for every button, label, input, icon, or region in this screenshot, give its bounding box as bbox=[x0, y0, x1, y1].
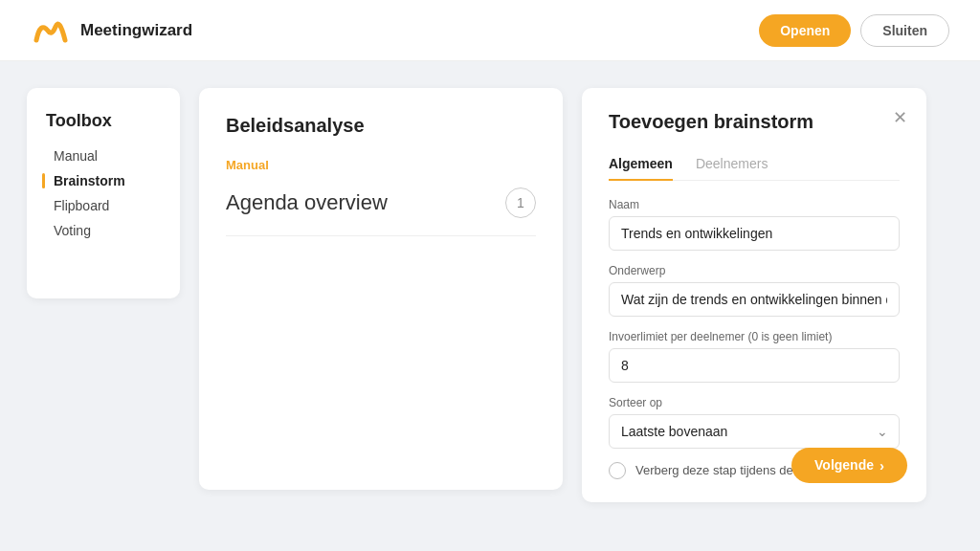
middle-panel-title: Beleidsanalyse bbox=[226, 115, 536, 137]
chevron-right-icon: › bbox=[880, 457, 884, 474]
main-area: Toolbox Manual Brainstorm Flipboard Voti… bbox=[0, 61, 980, 551]
tabs-bar: Algemeen Deelnemers bbox=[609, 148, 900, 181]
naam-group: Naam bbox=[609, 198, 900, 251]
invoerlimiet-group: Invoerlimiet per deelnemer (0 is geen li… bbox=[609, 330, 900, 383]
agenda-item-text: Agenda overview bbox=[226, 190, 388, 215]
volgende-button[interactable]: Volgende › bbox=[791, 448, 907, 483]
sorteer-select-wrapper: Laatste bovenaan Eerste bovenaan Alfabet… bbox=[609, 414, 900, 449]
middle-panel: Beleidsanalyse Manual Agenda overview 1 bbox=[199, 88, 563, 490]
logo-text: Meetingwizard bbox=[80, 21, 192, 40]
agenda-badge: 1 bbox=[505, 187, 536, 218]
toolbox-panel: Toolbox Manual Brainstorm Flipboard Voti… bbox=[27, 88, 180, 298]
close-panel-button[interactable]: ✕ bbox=[893, 107, 907, 128]
onderwerp-input[interactable] bbox=[609, 282, 900, 317]
agenda-item-row: Agenda overview 1 bbox=[226, 178, 536, 228]
sidebar-item-flipboard[interactable]: Flipboard bbox=[46, 198, 161, 213]
sidebar-item-brainstorm[interactable]: Brainstorm bbox=[46, 173, 161, 188]
toolbox-title: Toolbox bbox=[46, 111, 161, 131]
onderwerp-label: Onderwerp bbox=[609, 264, 900, 277]
sorteer-group: Sorteer op Laatste bovenaan Eerste boven… bbox=[609, 396, 900, 449]
logo-area: Meetingwizard bbox=[31, 13, 192, 48]
logo-icon bbox=[31, 13, 71, 48]
header-buttons: Openen Sluiten bbox=[759, 14, 949, 47]
header: Meetingwizard Openen Sluiten bbox=[0, 0, 980, 61]
verberg-checkbox[interactable] bbox=[609, 462, 626, 479]
invoerlimiet-label: Invoerlimiet per deelnemer (0 is geen li… bbox=[609, 330, 900, 343]
open-button[interactable]: Openen bbox=[759, 14, 851, 47]
naam-input[interactable] bbox=[609, 216, 900, 251]
toolbox-list: Manual Brainstorm Flipboard Voting bbox=[46, 148, 161, 238]
close-button[interactable]: Sluiten bbox=[860, 14, 949, 47]
sorteer-select[interactable]: Laatste bovenaan Eerste bovenaan Alfabet… bbox=[609, 414, 900, 449]
onderwerp-group: Onderwerp bbox=[609, 264, 900, 317]
tab-deelnemers[interactable]: Deelnemers bbox=[696, 148, 768, 181]
divider bbox=[226, 235, 536, 236]
right-panel-title: Toevoegen brainstorm bbox=[609, 111, 900, 133]
naam-label: Naam bbox=[609, 198, 900, 211]
middle-sub-label: Manual bbox=[226, 158, 536, 172]
sorteer-label: Sorteer op bbox=[609, 396, 900, 409]
invoerlimiet-input[interactable] bbox=[609, 348, 900, 383]
sidebar-item-voting[interactable]: Voting bbox=[46, 223, 161, 238]
volgende-label: Volgende bbox=[814, 457, 874, 473]
tab-algemeen[interactable]: Algemeen bbox=[609, 148, 673, 181]
right-panel: Toevoegen brainstorm ✕ Algemeen Deelneme… bbox=[582, 88, 926, 502]
sidebar-item-manual[interactable]: Manual bbox=[46, 148, 161, 164]
